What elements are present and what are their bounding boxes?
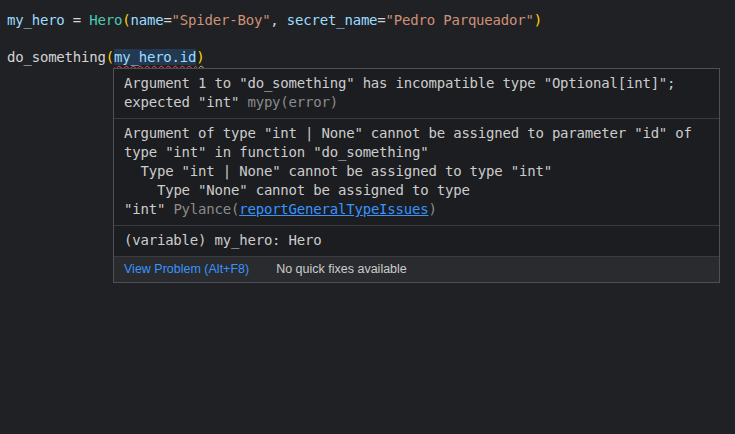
hover-tooltip: Argument 1 to "do_something" has incompa… bbox=[113, 68, 720, 283]
token-my-hero: my_hero bbox=[7, 12, 65, 28]
token-spider-boy-string: "Spider-Boy" bbox=[172, 12, 271, 28]
variable-info-text: (variable) my_hero: Hero bbox=[124, 232, 322, 248]
token-hero-class: Hero bbox=[89, 12, 122, 28]
token-secret-name-kwarg: secret_name bbox=[287, 12, 378, 28]
token-open-paren: ( bbox=[106, 49, 114, 65]
mypy-diagnostic-source: mypy(error) bbox=[247, 94, 338, 110]
hover-status-bar: View Problem (Alt+F8) No quick fixes ava… bbox=[114, 256, 719, 282]
token-name-kwarg: name bbox=[130, 12, 163, 28]
token-do-something: do_something bbox=[7, 49, 106, 65]
token-close-paren: ) bbox=[534, 12, 542, 28]
view-problem-button[interactable]: View Problem (Alt+F8) bbox=[124, 261, 249, 277]
report-general-type-issues-link[interactable]: reportGeneralTypeIssues bbox=[239, 201, 428, 217]
token-comma: , bbox=[270, 12, 286, 28]
code-line-3[interactable]: do_something(my_hero.id) bbox=[7, 48, 205, 66]
mypy-diagnostic-message: Argument 1 to "do_something" has incompa… bbox=[124, 75, 675, 110]
token-close-paren: ) bbox=[196, 49, 204, 65]
pylance-source-suffix: ) bbox=[428, 201, 436, 217]
variable-info: (variable) my_hero: Hero bbox=[114, 225, 719, 256]
token-pedro-string: "Pedro Parqueador" bbox=[386, 12, 534, 28]
token-equals: = bbox=[377, 12, 385, 28]
token-equals: = bbox=[163, 12, 171, 28]
token-my-hero-id-highlighted[interactable]: my_hero.id bbox=[114, 49, 196, 65]
pylance-source-prefix: Pylance( bbox=[173, 201, 239, 217]
code-line-1[interactable]: my_hero = Hero(name="Spider-Boy", secret… bbox=[7, 11, 542, 29]
mypy-diagnostic: Argument 1 to "do_something" has incompa… bbox=[114, 69, 719, 118]
token-equals: = bbox=[65, 12, 90, 28]
pylance-diagnostic: Argument of type "int | None" cannot be … bbox=[114, 118, 719, 225]
no-quick-fixes-label: No quick fixes available bbox=[276, 261, 407, 277]
